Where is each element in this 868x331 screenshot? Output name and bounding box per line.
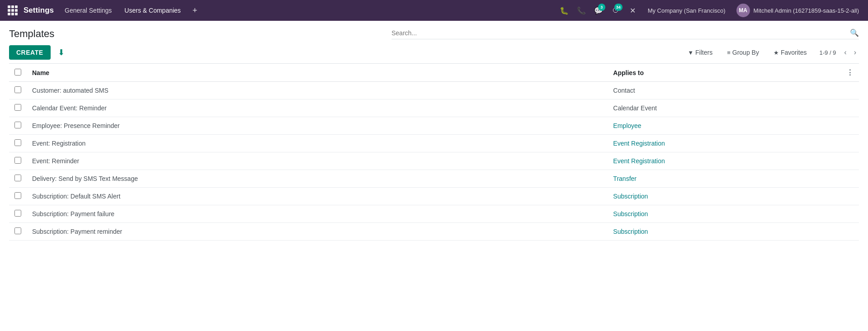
page-title: Templates — [9, 28, 54, 40]
row-applies-to: Contact — [608, 82, 841, 99]
row-applies-to: Subscription — [608, 223, 841, 241]
nav-add-button[interactable]: + — [188, 4, 202, 17]
row-actions-cell — [841, 223, 859, 241]
filter-icon: ▼ — [688, 49, 693, 56]
topbar: Settings General Settings Users & Compan… — [0, 0, 868, 21]
col-header-applies: Applies to — [608, 64, 841, 82]
filter-group: ▼ Filters ≡ Group By ★ Favorites — [684, 47, 810, 58]
row-checkbox[interactable] — [14, 210, 21, 217]
row-actions-cell — [841, 188, 859, 205]
col-header-actions: ⋮ — [841, 64, 859, 82]
import-button[interactable]: ⬇ — [54, 46, 68, 59]
row-applies-to: Event Registration — [608, 135, 841, 152]
row-checkbox-cell — [9, 117, 27, 135]
row-checkbox-cell — [9, 188, 27, 205]
page-header: Templates 🔍 — [9, 28, 859, 40]
company-name[interactable]: My Company (San Francisco) — [642, 7, 731, 14]
phone-icon[interactable]: 📞 — [574, 3, 589, 18]
search-bar: 🔍 — [392, 28, 859, 39]
row-checkbox[interactable] — [14, 175, 21, 181]
nav-users-companies[interactable]: Users & Companies — [119, 4, 186, 17]
row-actions-cell — [841, 135, 859, 152]
select-all-cell — [9, 64, 27, 82]
brand-title: Settings — [24, 6, 54, 15]
main-content: Templates 🔍 CREATE ⬇ ▼ Filters ≡ Group B… — [0, 21, 868, 248]
table-header-row: Name Applies to ⋮ — [9, 64, 859, 82]
row-applies-to: Calendar Event — [608, 99, 841, 117]
row-checkbox[interactable] — [14, 227, 21, 234]
row-name: Subscription: Default SMS Alert — [27, 188, 608, 205]
user-avatar: MA — [736, 4, 750, 17]
row-checkbox[interactable] — [14, 157, 21, 164]
search-icon: 🔍 — [850, 28, 859, 37]
table-row[interactable]: Subscription: Payment failure Subscripti… — [9, 205, 859, 223]
table-row[interactable]: Calendar Event: Reminder Calendar Event — [9, 99, 859, 117]
row-applies-to: Subscription — [608, 188, 841, 205]
favorites-button[interactable]: ★ Favorites — [770, 47, 811, 58]
row-applies-to: Event Registration — [608, 152, 841, 170]
group-by-icon: ≡ — [727, 49, 731, 56]
table-row[interactable]: Customer: automated SMS Contact — [9, 82, 859, 99]
row-checkbox-cell — [9, 99, 27, 117]
row-name: Customer: automated SMS — [27, 82, 608, 99]
row-checkbox-cell — [9, 170, 27, 188]
row-name: Calendar Event: Reminder — [27, 99, 608, 117]
templates-table: Name Applies to ⋮ Customer: automated SM… — [9, 64, 859, 241]
row-actions-cell — [841, 82, 859, 99]
table-row[interactable]: Delivery: Send by SMS Text Message Trans… — [9, 170, 859, 188]
favorites-label: Favorites — [781, 49, 807, 56]
user-menu[interactable]: MA Mitchell Admin (16271859-saas-15-2-al… — [733, 4, 863, 17]
chat-icon[interactable]: 💬3 — [591, 3, 606, 18]
apps-icon[interactable] — [5, 3, 20, 18]
row-checkbox-cell — [9, 205, 27, 223]
pagination-info: 1-9 / 9 — [819, 49, 836, 56]
row-name: Subscription: Payment reminder — [27, 223, 608, 241]
select-all-checkbox[interactable] — [14, 69, 21, 76]
table-row[interactable]: Employee: Presence Reminder Employee — [9, 117, 859, 135]
table-row[interactable]: Subscription: Payment reminder Subscript… — [9, 223, 859, 241]
column-options-icon[interactable]: ⋮ — [846, 69, 854, 76]
row-actions-cell — [841, 99, 859, 117]
activity-icon[interactable]: ⏱34 — [608, 3, 623, 18]
filters-button[interactable]: ▼ Filters — [684, 47, 716, 58]
group-by-label: Group By — [732, 49, 759, 56]
row-name: Employee: Presence Reminder — [27, 117, 608, 135]
topbar-icon-group: 🐛 📞 💬3 ⏱34 ✕ — [557, 3, 641, 18]
row-checkbox-cell — [9, 82, 27, 99]
row-checkbox[interactable] — [14, 86, 21, 93]
wrench-icon[interactable]: ✕ — [625, 3, 641, 18]
bug-icon[interactable]: 🐛 — [557, 3, 572, 18]
nav-general-settings[interactable]: General Settings — [59, 4, 117, 17]
row-applies-to: Employee — [608, 117, 841, 135]
group-by-button[interactable]: ≡ Group By — [723, 47, 763, 58]
row-checkbox-cell — [9, 135, 27, 152]
row-actions-cell — [841, 152, 859, 170]
row-applies-to: Subscription — [608, 205, 841, 223]
row-applies-to: Transfer — [608, 170, 841, 188]
create-button[interactable]: CREATE — [9, 45, 51, 60]
prev-page-button[interactable]: ‹ — [841, 47, 849, 57]
row-actions-cell — [841, 170, 859, 188]
row-checkbox[interactable] — [14, 122, 21, 128]
chat-badge: 3 — [598, 4, 605, 11]
pagination-controls: ‹ › — [841, 47, 859, 57]
row-checkbox[interactable] — [14, 139, 21, 146]
toolbar: CREATE ⬇ ▼ Filters ≡ Group By ★ Favorite… — [9, 45, 859, 60]
col-header-name: Name — [27, 64, 608, 82]
row-checkbox[interactable] — [14, 192, 21, 199]
row-name: Event: Registration — [27, 135, 608, 152]
search-input[interactable] — [392, 29, 850, 37]
table-row[interactable]: Event: Registration Event Registration — [9, 135, 859, 152]
table-wrapper: Name Applies to ⋮ Customer: automated SM… — [9, 63, 859, 241]
table-row[interactable]: Event: Reminder Event Registration — [9, 152, 859, 170]
row-name: Subscription: Payment failure — [27, 205, 608, 223]
table-row[interactable]: Subscription: Default SMS Alert Subscrip… — [9, 188, 859, 205]
row-actions-cell — [841, 205, 859, 223]
row-name: Delivery: Send by SMS Text Message — [27, 170, 608, 188]
next-page-button[interactable]: › — [851, 47, 859, 57]
row-checkbox-cell — [9, 223, 27, 241]
filters-label: Filters — [695, 49, 712, 56]
row-checkbox-cell — [9, 152, 27, 170]
row-checkbox[interactable] — [14, 104, 21, 111]
row-actions-cell — [841, 117, 859, 135]
